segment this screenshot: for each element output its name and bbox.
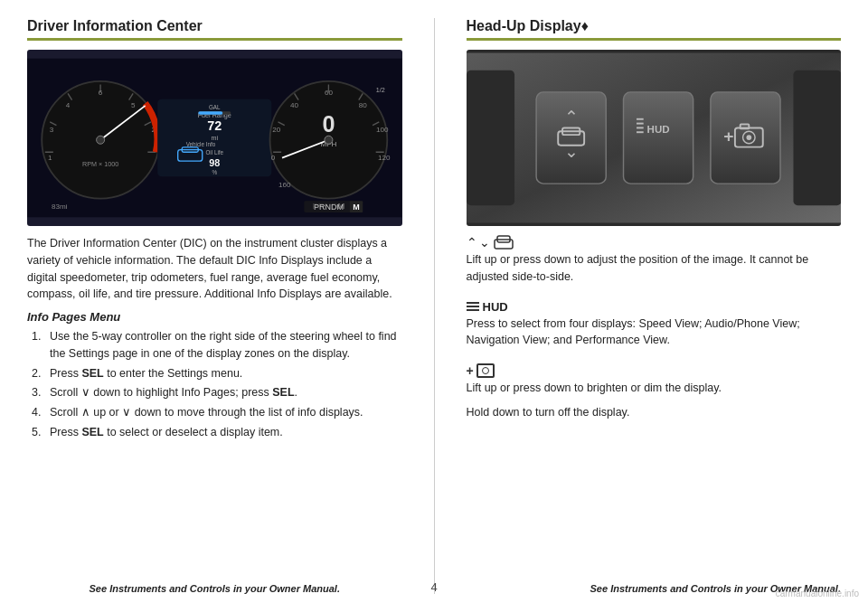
- svg-rect-61: [536, 92, 606, 184]
- column-divider: [434, 18, 435, 594]
- svg-rect-30: [198, 111, 222, 115]
- svg-text:20: 20: [272, 126, 281, 134]
- hud-text-icon: HUD: [483, 300, 508, 314]
- info-pages-section: Info Pages Menu 1. Use the 5-way control…: [27, 310, 402, 448]
- svg-text:80: 80: [359, 101, 368, 109]
- svg-point-16: [97, 136, 105, 144]
- svg-text:Oil Life: Oil Life: [205, 149, 223, 155]
- brightness-text1: Lift up or press down to brighten or dim…: [467, 380, 842, 397]
- car-icon: [494, 235, 514, 250]
- right-column: Head-Up Display♦: [467, 18, 842, 594]
- svg-text:GAL: GAL: [209, 104, 221, 110]
- svg-text:98: 98: [209, 157, 220, 168]
- svg-text:4: 4: [66, 101, 71, 109]
- brightness-icon-row: +: [467, 363, 842, 378]
- svg-text:M: M: [353, 203, 360, 212]
- list-item: 4. Scroll ∧ up or ∨ down to move through…: [32, 404, 402, 421]
- svg-text:72: 72: [207, 118, 222, 133]
- svg-text:0: 0: [271, 154, 276, 162]
- svg-text:Vehicle Info: Vehicle Info: [186, 141, 216, 147]
- svg-text:0: 0: [322, 111, 335, 137]
- svg-text:1/2: 1/2: [376, 86, 385, 94]
- list-item: 3. Scroll ∨ down to highlight Info Pages…: [32, 384, 402, 401]
- dashboard-image: 6 5 4 3 2 1 RPM × 1000 Fuel Range 72 m: [27, 50, 402, 226]
- left-section-title: Driver Information Center: [27, 18, 402, 41]
- left-body-text: The Driver Information Center (DIC) on t…: [27, 235, 402, 303]
- svg-text:⌃: ⌃: [563, 108, 578, 127]
- hud-icon-row: HUD: [467, 300, 842, 314]
- svg-text:%: %: [212, 169, 217, 175]
- hud-select-text: Press to select from four displays: Spee…: [467, 316, 842, 350]
- svg-text:5: 5: [131, 101, 136, 109]
- svg-rect-59: [467, 71, 514, 205]
- left-column: Driver Information Center: [27, 18, 402, 594]
- hud-image: ⌃ ⌄ HUD +: [467, 50, 842, 226]
- svg-text:1: 1: [48, 154, 52, 162]
- brightness-section: + Lift up or press down to brighten or d…: [467, 363, 842, 429]
- svg-rect-67: [636, 118, 643, 120]
- subsection-title: Info Pages Menu: [27, 310, 402, 324]
- list-item: 1. Use the 5-way controller on the right…: [32, 328, 402, 363]
- svg-text:RPM × 1000: RPM × 1000: [82, 160, 118, 168]
- svg-text:160: 160: [278, 181, 291, 189]
- left-footer-note: See Instruments and Controls in your Own…: [27, 579, 402, 594]
- svg-text:83mi: 83mi: [52, 203, 68, 211]
- svg-text:HUD: HUD: [646, 124, 669, 135]
- svg-text:PRNDM: PRNDM: [314, 203, 344, 212]
- brightness-text2: Hold down to turn off the display.: [467, 404, 842, 421]
- arrow-up-icon: ⌃: [467, 236, 477, 249]
- svg-text:+: +: [723, 127, 733, 146]
- svg-rect-66: [623, 92, 693, 184]
- svg-point-76: [746, 135, 751, 140]
- arrow-down-icon: ⌄: [479, 236, 490, 249]
- info-pages-list: 1. Use the 5-way controller on the right…: [27, 328, 402, 441]
- svg-rect-68: [636, 123, 643, 125]
- plus-icon: +: [467, 363, 474, 378]
- hud-select-section: HUD Press to select from four displays: …: [467, 300, 842, 357]
- position-icon-row: ⌃ ⌄: [467, 235, 842, 250]
- svg-text:100: 100: [376, 126, 389, 134]
- svg-text:3: 3: [50, 126, 54, 134]
- svg-rect-70: [636, 131, 643, 133]
- position-section: ⌃ ⌄ Lift up or press down to adjust the …: [467, 235, 842, 293]
- list-item: 2. Press SEL to enter the Settings menu.: [32, 365, 402, 382]
- lines-icon: [467, 302, 479, 311]
- svg-text:40: 40: [290, 101, 299, 109]
- svg-text:6: 6: [99, 89, 103, 97]
- svg-text:120: 120: [378, 154, 391, 162]
- page-number: 4: [430, 580, 437, 594]
- right-section-title: Head-Up Display♦: [467, 18, 842, 41]
- svg-rect-69: [636, 127, 643, 128]
- position-text: Lift up or press down to adjust the posi…: [467, 251, 842, 286]
- camera-icon: [476, 363, 495, 378]
- list-item: 5. Press SEL to select or deselect a dis…: [32, 424, 402, 441]
- watermark: carmanualonline.info: [776, 589, 859, 598]
- svg-point-50: [325, 136, 333, 144]
- svg-text:60: 60: [325, 89, 334, 97]
- svg-rect-72: [710, 92, 779, 184]
- svg-rect-60: [793, 71, 841, 205]
